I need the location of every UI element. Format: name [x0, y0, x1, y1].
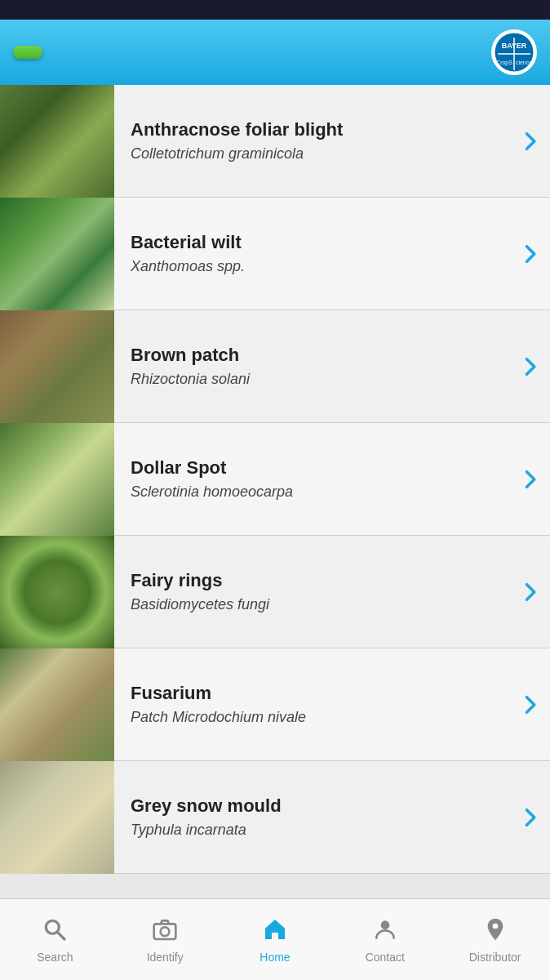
svg-text:cience: cience — [516, 60, 532, 65]
disease-latin-bacterial: Xanthomoas spp. — [131, 258, 493, 275]
nav-label-search: Search — [37, 951, 73, 964]
nav-item-home[interactable]: Home — [220, 899, 330, 980]
disease-latin-fairy: Basidiomycetes fungi — [131, 596, 493, 613]
person-icon — [372, 916, 398, 946]
chevron-right-bacterial — [509, 243, 550, 265]
disease-item-fusarium[interactable]: Fusarium Patch Microdochium nivale — [0, 648, 550, 761]
search-icon — [42, 916, 68, 946]
disease-name-fusarium: Fusarium — [131, 683, 493, 704]
chevron-right-grey — [509, 806, 550, 829]
disease-info-fusarium: Fusarium Patch Microdochium nivale — [114, 683, 509, 726]
disease-item-dollar[interactable]: Dollar Spot Sclerotinia homoeocarpa — [0, 423, 550, 536]
nav-label-distributor: Distributor — [469, 951, 521, 964]
disease-item-anthracnose[interactable]: Anthracnose foliar blight Colletotrichum… — [0, 85, 550, 198]
disease-name-brown: Brown patch — [131, 345, 493, 366]
disease-name-dollar: Dollar Spot — [131, 457, 493, 479]
svg-line-7 — [58, 932, 65, 939]
chevron-right-fusarium — [509, 693, 550, 716]
chevron-right-anthracnose — [509, 130, 550, 153]
status-bar — [0, 0, 550, 20]
chevron-right-fairy — [509, 581, 550, 604]
nav-item-search[interactable]: Search — [0, 899, 110, 980]
disease-info-brown: Brown patch Rhizoctonia solani — [114, 345, 509, 388]
nav-label-home: Home — [259, 951, 290, 964]
disease-image-anthracnose — [0, 85, 114, 198]
disease-info-anthracnose: Anthracnose foliar blight Colletotrichum… — [114, 119, 509, 163]
svg-point-10 — [380, 920, 389, 929]
nav-item-identify[interactable]: Identify — [110, 899, 220, 980]
disease-image-fairy — [0, 536, 114, 648]
disease-latin-fusarium: Patch Microdochium nivale — [131, 709, 493, 726]
home-icon — [262, 916, 288, 946]
disease-latin-dollar: Sclerotinia homoeocarpa — [131, 483, 493, 501]
disease-image-dollar — [0, 423, 114, 536]
disease-image-bacterial — [0, 198, 114, 310]
nav-item-distributor[interactable]: Distributor — [440, 899, 550, 980]
nav-item-contact[interactable]: Contact — [330, 899, 440, 980]
disease-info-dollar: Dollar Spot Sclerotinia homoeocarpa — [114, 457, 509, 501]
disease-info-fairy: Fairy rings Basidiomycetes fungi — [114, 570, 509, 613]
disease-latin-brown: Rhizoctonia solani — [131, 371, 493, 388]
disease-name-anthracnose: Anthracnose foliar blight — [131, 119, 493, 140]
disease-image-fusarium — [0, 648, 114, 761]
svg-text:CropS: CropS — [496, 60, 512, 66]
disease-name-grey: Grey snow mould — [131, 795, 493, 817]
disease-info-grey: Grey snow mould Typhula incarnata — [114, 795, 509, 839]
disease-list: Anthracnose foliar blight Colletotrichum… — [0, 85, 550, 898]
disease-item-fairy[interactable]: Fairy rings Basidiomycetes fungi — [0, 536, 550, 648]
disease-item-grey[interactable]: Grey snow mould Typhula incarnata — [0, 761, 550, 874]
app-header: BAYER CropS cience — [0, 20, 550, 85]
pin-icon — [482, 916, 508, 946]
back-button[interactable] — [13, 46, 42, 59]
disease-name-bacterial: Bacterial wilt — [131, 232, 493, 253]
disease-name-fairy: Fairy rings — [131, 570, 493, 591]
disease-info-bacterial: Bacterial wilt Xanthomoas spp. — [114, 232, 509, 275]
camera-icon — [152, 916, 178, 946]
disease-latin-anthracnose: Colletotrichum graminicola — [131, 145, 493, 163]
bottom-nav: Search Identify Home Contact Distributor — [0, 898, 550, 980]
disease-latin-grey: Typhula incarnata — [131, 822, 493, 839]
chevron-right-dollar — [509, 468, 550, 491]
nav-label-contact: Contact — [366, 951, 405, 964]
disease-image-brown — [0, 310, 114, 423]
disease-image-grey — [0, 761, 114, 874]
svg-point-11 — [492, 923, 498, 929]
disease-item-brown[interactable]: Brown patch Rhizoctonia solani — [0, 310, 550, 423]
nav-label-identify: Identify — [147, 951, 184, 964]
svg-point-9 — [161, 927, 170, 936]
disease-item-bacterial[interactable]: Bacterial wilt Xanthomoas spp. — [0, 198, 550, 310]
bayer-logo: BAYER CropS cience — [491, 29, 537, 75]
chevron-right-brown — [509, 355, 550, 378]
